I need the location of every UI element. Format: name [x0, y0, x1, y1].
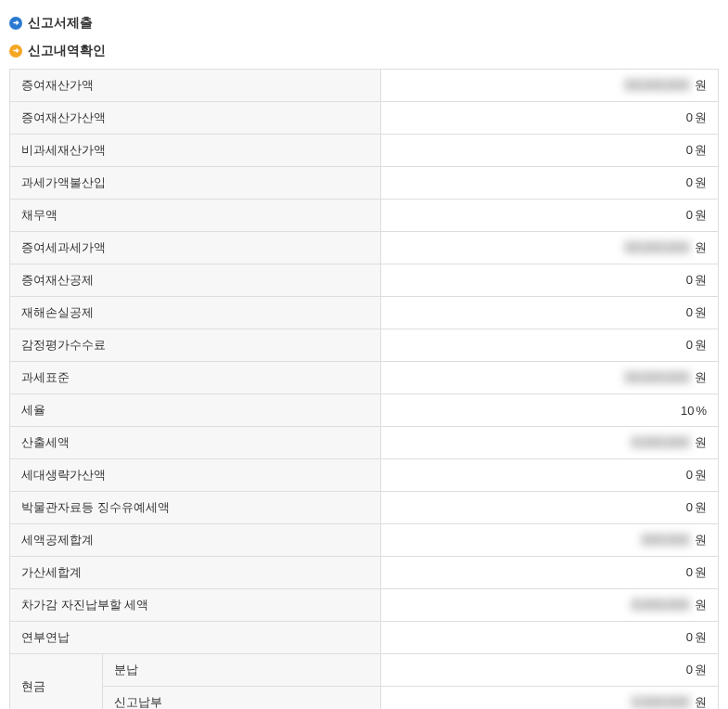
row-label: 박물관자료등 징수유예세액 — [10, 492, 381, 524]
row-value: 0,000,000 — [630, 598, 691, 612]
row-label: 재해손실공제 — [10, 297, 381, 329]
table-row: 증여세과세가액00,000,000원 — [10, 232, 719, 264]
row-label: 과세가액불산입 — [10, 167, 381, 200]
table-row: 과세표준00,000,000원 — [10, 362, 719, 394]
row-unit: 원 — [695, 370, 707, 384]
row-unit: 원 — [695, 143, 707, 157]
table-row: 증여재산공제0원 — [10, 264, 719, 297]
table-row: 신고납부2,000,000원 — [10, 687, 719, 710]
table-row: 증여재산가액00,000,000원 — [10, 70, 719, 102]
row-unit: 원 — [695, 695, 707, 709]
table-row: 세율10% — [10, 394, 719, 427]
row-unit: 원 — [695, 663, 707, 677]
row-value: 0 — [686, 110, 693, 124]
row-value-cell: 2,000,000원 — [381, 687, 719, 710]
row-unit: 원 — [695, 565, 707, 579]
row-unit: 원 — [695, 533, 707, 547]
cash-sub-label: 신고납부 — [103, 687, 381, 710]
row-unit: % — [696, 404, 707, 418]
row-value: 0 — [686, 565, 693, 579]
row-value-cell: 0원 — [381, 459, 719, 492]
row-value: 0 — [686, 175, 693, 189]
section-history-header: 신고내역확인 — [9, 37, 719, 65]
row-unit: 원 — [695, 273, 707, 287]
table-row: 재해손실공제0원 — [10, 297, 719, 329]
row-value-cell: 0,000,000원 — [381, 427, 719, 459]
table-row: 비과세재산가액0원 — [10, 135, 719, 167]
row-value: 0 — [686, 273, 693, 287]
row-value-cell: 00,000,000원 — [381, 362, 719, 394]
row-value-cell: 0원 — [381, 200, 719, 232]
table-row: 산출세액0,000,000원 — [10, 427, 719, 459]
row-value: 0 — [686, 143, 693, 157]
table-row: 증여재산가산액0원 — [10, 102, 719, 135]
row-value-cell: 0원 — [381, 167, 719, 200]
section-submit-header: 신고서제출 — [9, 9, 719, 37]
row-label: 증여세과세가액 — [10, 232, 381, 264]
table-row: 과세가액불산입0원 — [10, 167, 719, 200]
row-value: 000,000 — [640, 533, 691, 547]
arrow-icon — [9, 17, 22, 30]
row-label: 세대생략가산액 — [10, 459, 381, 492]
row-value-cell: 00,000,000원 — [381, 70, 719, 102]
row-label: 세액공제합계 — [10, 524, 381, 557]
row-unit: 원 — [695, 305, 707, 319]
table-row: 채무액0원 — [10, 200, 719, 232]
row-label: 비과세재산가액 — [10, 135, 381, 167]
row-unit: 원 — [695, 78, 707, 92]
row-value-cell: 0원 — [381, 297, 719, 329]
row-value-cell: 0,000,000원 — [381, 589, 719, 622]
table-row: 박물관자료등 징수유예세액0원 — [10, 492, 719, 524]
row-label: 증여재산공제 — [10, 264, 381, 297]
row-value: 0 — [686, 468, 693, 482]
row-value-cell: 0원 — [381, 622, 719, 654]
row-value: 10 — [681, 404, 694, 418]
row-unit: 원 — [695, 208, 707, 222]
row-value-cell: 10% — [381, 394, 719, 427]
row-label: 연부연납 — [10, 622, 381, 654]
row-unit: 원 — [695, 500, 707, 514]
row-value: 0,000,000 — [630, 435, 691, 449]
row-label: 채무액 — [10, 200, 381, 232]
row-value-cell: 0원 — [381, 135, 719, 167]
row-value-cell: 0원 — [381, 557, 719, 589]
arrow-icon — [9, 45, 22, 58]
row-value: 00,000,000 — [623, 370, 691, 384]
row-unit: 원 — [695, 598, 707, 612]
row-value: 0 — [686, 305, 693, 319]
table-row: 감정평가수수료0원 — [10, 329, 719, 362]
row-label: 증여재산가액 — [10, 70, 381, 102]
row-label: 세율 — [10, 394, 381, 427]
row-unit: 원 — [695, 435, 707, 449]
row-label: 산출세액 — [10, 427, 381, 459]
row-value-cell: 00,000,000원 — [381, 232, 719, 264]
table-row: 세대생략가산액0원 — [10, 459, 719, 492]
row-unit: 원 — [695, 175, 707, 189]
section-history-title: 신고내역확인 — [28, 43, 106, 59]
row-label: 증여재산가산액 — [10, 102, 381, 135]
row-value: 0 — [686, 630, 693, 644]
row-value-cell: 000,000원 — [381, 524, 719, 557]
table-row: 세액공제합계000,000원 — [10, 524, 719, 557]
cash-group-label: 현금 — [10, 654, 103, 710]
row-unit: 원 — [695, 338, 707, 352]
row-unit: 원 — [695, 240, 707, 254]
row-label: 과세표준 — [10, 362, 381, 394]
tax-form-table: 증여재산가액00,000,000원증여재산가산액0원비과세재산가액0원과세가액불… — [9, 69, 719, 709]
table-row: 차가감 자진납부할 세액0,000,000원 — [10, 589, 719, 622]
row-value: 00,000,000 — [623, 78, 691, 92]
row-label: 감정평가수수료 — [10, 329, 381, 362]
row-value: 00,000,000 — [623, 240, 691, 254]
row-value: 0 — [686, 338, 693, 352]
row-unit: 원 — [695, 110, 707, 124]
row-unit: 원 — [695, 630, 707, 644]
row-label: 가산세합계 — [10, 557, 381, 589]
row-label: 차가감 자진납부할 세액 — [10, 589, 381, 622]
section-submit-title: 신고서제출 — [28, 15, 93, 32]
row-value-cell: 0원 — [381, 102, 719, 135]
row-value: 0 — [686, 663, 693, 677]
row-value-cell: 0원 — [381, 654, 719, 687]
row-value: 2,000,000 — [630, 695, 691, 709]
table-row: 연부연납0원 — [10, 622, 719, 654]
row-unit: 원 — [695, 468, 707, 482]
